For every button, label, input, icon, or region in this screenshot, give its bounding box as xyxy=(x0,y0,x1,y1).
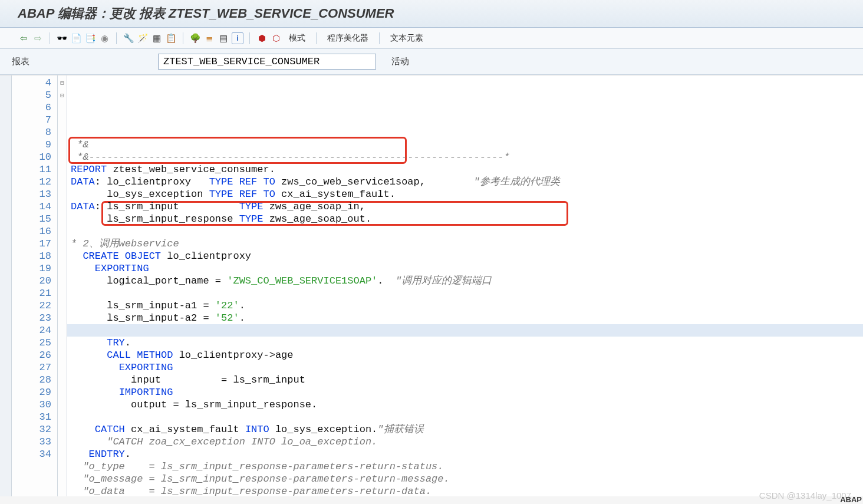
code-editor[interactable]: 4567891011121314151617181920212223242526… xyxy=(0,75,863,496)
tree-icon[interactable]: 🌳 xyxy=(189,32,201,44)
code-line[interactable]: IMPORTING xyxy=(67,386,863,398)
code-line[interactable]: DATA: lo_clientproxy TYPE REF TO zws_co_… xyxy=(67,176,863,188)
pretty-printer-button[interactable]: 程序美化器 xyxy=(327,33,368,44)
code-line[interactable]: EXPORTING xyxy=(67,361,863,374)
code-line[interactable]: logical_port_name = 'ZWS_CO_WEB_SERVICE1… xyxy=(67,275,863,287)
code-area[interactable]: *& *&-----------------------------------… xyxy=(67,75,863,496)
code-line[interactable]: ls_srm_input-a1 = '22'. xyxy=(67,299,863,312)
code-line[interactable]: DATA: ls_srm_input TYPE zws_age_soap_in, xyxy=(67,200,863,213)
watermark: CSDN @1314lay_1007 xyxy=(759,490,851,500)
test-icon[interactable]: ▦ xyxy=(151,32,163,44)
check-icon[interactable]: 🔧 xyxy=(123,32,134,44)
new-icon[interactable]: 📑 xyxy=(84,32,96,44)
code-line[interactable]: "CATCH zoa_cx_exception INTO lo_oa_excep… xyxy=(67,436,863,448)
program-status: 活动 xyxy=(391,56,409,67)
code-line[interactable]: input = ls_srm_input xyxy=(67,374,863,386)
line-number-gutter: 4567891011121314151617181920212223242526… xyxy=(12,75,58,496)
program-row: 报表 活动 xyxy=(0,49,863,75)
program-name-input[interactable] xyxy=(158,54,376,70)
code-line[interactable]: output = ls_srm_input_response. xyxy=(67,398,863,411)
code-line[interactable]: CATCH cx_ai_system_fault INTO lo_sys_exc… xyxy=(67,423,863,436)
web-icon[interactable]: ◉ xyxy=(98,32,110,44)
where-used-icon[interactable]: 📋 xyxy=(165,32,177,44)
code-line[interactable]: "o_data = ls_srm_input_response-paramete… xyxy=(67,485,863,498)
code-line[interactable] xyxy=(67,411,863,423)
code-line[interactable]: ENDTRY. xyxy=(67,448,863,460)
code-line[interactable]: *&--------------------------------------… xyxy=(67,151,863,163)
code-line[interactable] xyxy=(67,287,863,299)
code-line[interactable]: lo_sys_exception TYPE REF TO cx_ai_syste… xyxy=(67,188,863,200)
toolbar: ⇦ ⇨ 🕶️ 📄 📑 ◉ 🔧 🪄 ▦ 📋 🌳 ≣ ▤ i ⬢ ⬡ 模式 程序美化… xyxy=(0,28,863,49)
code-line[interactable]: CALL METHOD lo_clientproxy->age xyxy=(67,349,863,361)
code-line[interactable]: TRY. xyxy=(67,337,863,349)
indent-icon[interactable]: ▤ xyxy=(218,32,229,44)
breakpoint-del-icon[interactable]: ⬡ xyxy=(270,32,282,44)
code-line[interactable] xyxy=(67,225,863,238)
code-line[interactable]: "o_message = ls_srm_input_response-param… xyxy=(67,473,863,485)
fold-gutter: ⊟⊟ xyxy=(58,75,67,496)
code-line[interactable] xyxy=(67,498,863,504)
language-indicator: ABAP xyxy=(840,495,862,504)
code-line[interactable]: ls_srm_input_response TYPE zws_age_soap_… xyxy=(67,213,863,225)
code-line[interactable]: EXPORTING xyxy=(67,262,863,275)
title-bar: ABAP 编辑器：更改 报表 ZTEST_WEB_SERVICE_CONSUME… xyxy=(0,0,863,28)
code-line[interactable]: "o_type = ls_srm_input_response-paramete… xyxy=(67,460,863,473)
info-icon[interactable]: i xyxy=(232,32,243,44)
program-label: 报表 xyxy=(12,56,147,67)
pattern-button[interactable]: 模式 xyxy=(289,33,305,44)
back-icon[interactable]: ⇦ xyxy=(18,32,29,44)
code-line[interactable]: * 2、调用webservice xyxy=(67,238,863,250)
other-object-icon[interactable]: 📄 xyxy=(70,32,82,44)
code-line[interactable]: CREATE OBJECT lo_clientproxy xyxy=(67,250,863,262)
breakpoint-set-icon[interactable]: ⬢ xyxy=(256,32,268,44)
outdent-icon[interactable]: ≣ xyxy=(203,32,215,44)
display-object-icon[interactable]: 🕶️ xyxy=(56,32,68,44)
code-line[interactable]: REPORT ztest_web_service_consumer. xyxy=(67,163,863,176)
code-line[interactable] xyxy=(67,324,863,337)
left-gutter xyxy=(0,75,12,496)
forward-icon[interactable]: ⇨ xyxy=(32,32,44,44)
code-line[interactable]: *& xyxy=(67,139,863,151)
text-elements-button[interactable]: 文本元素 xyxy=(390,33,423,44)
activate-icon[interactable]: 🪄 xyxy=(137,32,149,44)
code-line[interactable]: ls_srm_input-a2 = '52'. xyxy=(67,312,863,324)
